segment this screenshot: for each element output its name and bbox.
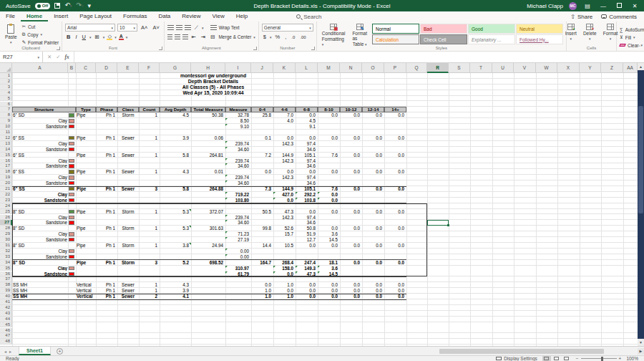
cell[interactable]: Sandstone (12, 163, 68, 169)
row-header-32[interactable]: 32 (0, 249, 12, 254)
column-header-A[interactable]: A (12, 63, 68, 73)
row-header-18[interactable]: 18 (0, 169, 12, 175)
cell[interactable]: Ph 1 (96, 169, 117, 175)
cell[interactable]: 239.74 (225, 158, 251, 164)
table-header-10-12[interactable]: 10-12 (340, 107, 362, 112)
customize-qat-icon[interactable]: ▾ (88, 3, 92, 9)
search-box[interactable]: Search (296, 14, 321, 20)
table-header-Type[interactable]: Type (76, 107, 96, 112)
restore-button[interactable] (614, 3, 624, 9)
cell[interactable]: 0.0 (318, 135, 340, 141)
row-header-23[interactable]: 23 (0, 198, 12, 203)
row-header-26[interactable]: 26 (0, 215, 12, 221)
column-header-H[interactable]: H (191, 63, 225, 73)
row-header-2[interactable]: 2 (0, 79, 12, 85)
menu-tab-help[interactable]: Help (230, 11, 253, 21)
cell[interactable]: 0.0 (318, 112, 340, 118)
row-header-22[interactable]: 22 (0, 192, 12, 198)
row-header-33[interactable]: 33 (0, 254, 12, 260)
horizontal-scrollbar[interactable]: ▶ (436, 348, 637, 355)
table-header-Avg Depth[interactable]: Avg Depth (160, 107, 191, 112)
insert-function-icon[interactable]: fx (65, 54, 69, 60)
table-header-Class[interactable]: Class (117, 107, 139, 112)
cell-style-calculation[interactable]: Calculation (372, 34, 419, 44)
cell[interactable]: 4.5 (160, 112, 191, 118)
cell[interactable]: 427.0 (273, 192, 296, 198)
table-header-4-6[interactable]: 4-6 (273, 107, 296, 112)
cell[interactable]: Clay (12, 118, 68, 124)
user-name[interactable]: Michael Clapp (527, 3, 563, 9)
cell[interactable]: Ph 1 (96, 282, 117, 288)
cell[interactable]: Ph 1 (96, 135, 117, 141)
autosave-toggle[interactable]: Off (35, 3, 51, 9)
column-header-V[interactable]: V (514, 63, 536, 73)
column-header-E[interactable]: E (117, 63, 139, 73)
column-header-G[interactable]: G (160, 63, 191, 73)
row-header-15[interactable]: 15 (0, 153, 12, 158)
cell[interactable]: Clay (12, 141, 68, 147)
percent-format-icon[interactable]: % (274, 34, 282, 40)
cell-style-followed-hy-[interactable]: Followed Hy... (516, 34, 563, 44)
cell-style-neutral[interactable]: Neutral (516, 24, 563, 34)
cell[interactable]: 142.3 (273, 141, 296, 147)
cell[interactable]: 1 (139, 282, 160, 288)
column-header-W[interactable]: W (536, 63, 557, 73)
cell[interactable]: 0.0 (340, 186, 362, 192)
underline-button[interactable]: U (81, 34, 87, 40)
font-family-select[interactable]: Arial▾ (65, 24, 115, 32)
cell[interactable]: Pipe (76, 186, 96, 192)
column-header-S[interactable]: S (449, 63, 470, 73)
cell[interactable]: 97.4 (296, 175, 318, 180)
cell[interactable]: 105.1 (296, 153, 318, 158)
cell[interactable]: 9.10 (225, 124, 251, 130)
cell-style-bad[interactable]: Bad (420, 24, 467, 34)
conditional-formatting-button[interactable]: ▦ Conditional Formatting ▾ (320, 23, 348, 47)
new-sheet-icon[interactable]: + (57, 348, 63, 355)
italic-button[interactable]: I (74, 34, 79, 40)
cell[interactable]: 0.0 (273, 169, 296, 175)
cell[interactable]: 0.0 (384, 282, 406, 288)
cell[interactable]: 4.3 (160, 282, 191, 288)
cell[interactable]: Vertical (76, 282, 96, 288)
cell[interactable]: 0.0 (340, 169, 362, 175)
row-header-10[interactable]: 10 (0, 124, 12, 130)
cell[interactable]: Sewer (117, 282, 139, 288)
menu-tab-file[interactable]: File (0, 11, 21, 21)
cell[interactable]: 0.0 (384, 169, 406, 175)
row-header-6[interactable]: 6 (0, 102, 12, 107)
bold-button[interactable]: B (65, 34, 72, 40)
merge-center-button[interactable]: ⊟ Merge & Center ▾ (209, 34, 255, 41)
column-header-Z[interactable]: Z (601, 63, 623, 73)
cell[interactable]: Sewer (117, 169, 139, 175)
cell[interactable]: 3 (139, 186, 160, 192)
cell[interactable]: Sewer (117, 186, 139, 192)
cell[interactable]: 34.60 (225, 163, 251, 169)
cell[interactable]: 0.0 (273, 135, 296, 141)
page-layout-view-button[interactable] (552, 356, 561, 361)
menu-tab-formulas[interactable]: Formulas (117, 11, 152, 21)
cell[interactable]: 0.0 (384, 153, 406, 158)
cell[interactable]: 6" SD (12, 112, 68, 118)
cell[interactable]: 34.6 (296, 147, 318, 153)
cell[interactable]: 144.9 (273, 186, 296, 192)
wrap-text-button[interactable]: Wrap Text (210, 24, 240, 32)
cell[interactable]: 0.0 (340, 153, 362, 158)
column-header-F[interactable]: F (139, 63, 160, 73)
cell[interactable]: 1 (139, 153, 160, 158)
row-header-3[interactable]: 3 (0, 85, 12, 90)
font-size-select[interactable]: 10▾ (117, 24, 137, 32)
column-header-T[interactable]: T (470, 63, 492, 73)
decrease-font-icon[interactable]: A˅ (151, 24, 160, 31)
cell[interactable]: 0.0 (340, 112, 362, 118)
menu-tab-insert[interactable]: Insert (48, 11, 74, 21)
cell[interactable]: 0.0 (384, 112, 406, 118)
row-header-34[interactable]: 34 (0, 260, 12, 266)
menu-tab-page-layout[interactable]: Page Layout (74, 11, 117, 21)
row-header-35[interactable]: 35 (0, 266, 12, 271)
column-header-O[interactable]: O (362, 63, 384, 73)
align-right-icon[interactable] (182, 34, 188, 39)
normal-view-button[interactable] (542, 356, 551, 361)
row-header-30[interactable]: 30 (0, 237, 12, 243)
row-header-19[interactable]: 19 (0, 175, 12, 180)
cut-button[interactable]: ✂ Cut (22, 23, 59, 30)
